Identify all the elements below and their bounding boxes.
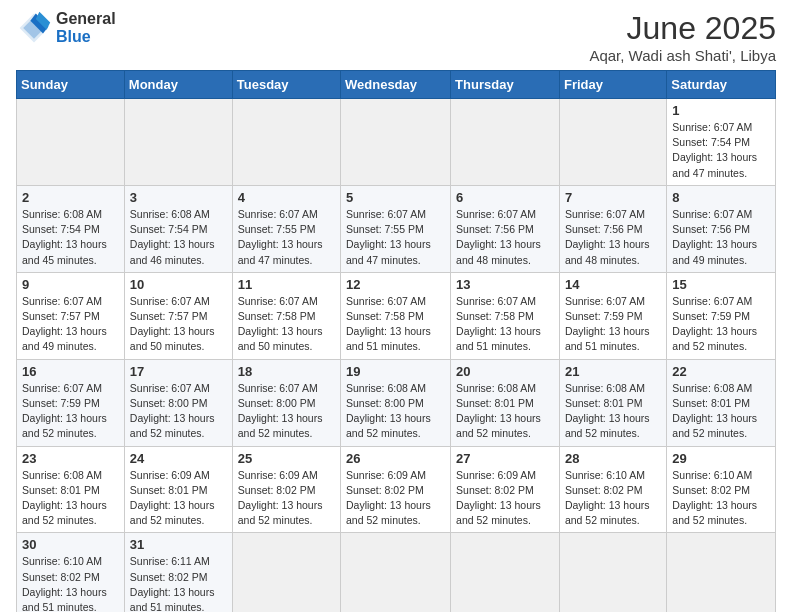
daylight-label: Daylight: 13 hours and 52 minutes. (565, 412, 650, 439)
sunrise-label: Sunrise: 6:10 AM (22, 555, 102, 567)
day-info: Sunrise: 6:10 AM Sunset: 8:02 PM Dayligh… (565, 468, 661, 529)
calendar-cell (124, 99, 232, 186)
sunset-label: Sunset: 8:02 PM (565, 484, 643, 496)
day-number: 6 (456, 190, 554, 205)
daylight-label: Daylight: 13 hours and 52 minutes. (22, 412, 107, 439)
sunrise-label: Sunrise: 6:07 AM (22, 382, 102, 394)
day-number: 7 (565, 190, 661, 205)
daylight-label: Daylight: 13 hours and 45 minutes. (22, 238, 107, 265)
day-info: Sunrise: 6:07 AM Sunset: 7:58 PM Dayligh… (238, 294, 335, 355)
calendar-week-4: 23 Sunrise: 6:08 AM Sunset: 8:01 PM Dayl… (17, 446, 776, 533)
day-number: 3 (130, 190, 227, 205)
calendar-week-3: 16 Sunrise: 6:07 AM Sunset: 7:59 PM Dayl… (17, 359, 776, 446)
calendar-cell (559, 99, 666, 186)
calendar-cell: 16 Sunrise: 6:07 AM Sunset: 7:59 PM Dayl… (17, 359, 125, 446)
day-number: 11 (238, 277, 335, 292)
calendar-cell: 1 Sunrise: 6:07 AM Sunset: 7:54 PM Dayli… (667, 99, 776, 186)
sunrise-label: Sunrise: 6:09 AM (456, 469, 536, 481)
calendar-cell (451, 533, 560, 612)
daylight-label: Daylight: 13 hours and 48 minutes. (565, 238, 650, 265)
day-number: 2 (22, 190, 119, 205)
calendar-cell: 30 Sunrise: 6:10 AM Sunset: 8:02 PM Dayl… (17, 533, 125, 612)
col-friday: Friday (559, 71, 666, 99)
day-info: Sunrise: 6:09 AM Sunset: 8:02 PM Dayligh… (456, 468, 554, 529)
sunset-label: Sunset: 7:58 PM (456, 310, 534, 322)
calendar-cell: 14 Sunrise: 6:07 AM Sunset: 7:59 PM Dayl… (559, 272, 666, 359)
day-number: 8 (672, 190, 770, 205)
day-number: 9 (22, 277, 119, 292)
day-number: 14 (565, 277, 661, 292)
day-number: 17 (130, 364, 227, 379)
calendar-cell: 7 Sunrise: 6:07 AM Sunset: 7:56 PM Dayli… (559, 185, 666, 272)
calendar-cell (559, 533, 666, 612)
day-info: Sunrise: 6:08 AM Sunset: 8:01 PM Dayligh… (456, 381, 554, 442)
sunrise-label: Sunrise: 6:07 AM (672, 295, 752, 307)
daylight-label: Daylight: 13 hours and 50 minutes. (130, 325, 215, 352)
daylight-label: Daylight: 13 hours and 51 minutes. (456, 325, 541, 352)
calendar-title: June 2025 (589, 10, 776, 47)
calendar-cell: 21 Sunrise: 6:08 AM Sunset: 8:01 PM Dayl… (559, 359, 666, 446)
sunrise-label: Sunrise: 6:07 AM (346, 208, 426, 220)
day-info: Sunrise: 6:08 AM Sunset: 7:54 PM Dayligh… (22, 207, 119, 268)
col-saturday: Saturday (667, 71, 776, 99)
day-number: 29 (672, 451, 770, 466)
day-number: 4 (238, 190, 335, 205)
sunrise-label: Sunrise: 6:08 AM (456, 382, 536, 394)
sunset-label: Sunset: 8:01 PM (565, 397, 643, 409)
sunset-label: Sunset: 8:01 PM (22, 484, 100, 496)
sunset-label: Sunset: 8:00 PM (346, 397, 424, 409)
day-info: Sunrise: 6:09 AM Sunset: 8:02 PM Dayligh… (346, 468, 445, 529)
sunrise-label: Sunrise: 6:07 AM (238, 208, 318, 220)
calendar-cell: 25 Sunrise: 6:09 AM Sunset: 8:02 PM Dayl… (232, 446, 340, 533)
day-number: 15 (672, 277, 770, 292)
sunrise-label: Sunrise: 6:07 AM (346, 295, 426, 307)
daylight-label: Daylight: 13 hours and 52 minutes. (238, 499, 323, 526)
day-info: Sunrise: 6:07 AM Sunset: 8:00 PM Dayligh… (238, 381, 335, 442)
day-number: 26 (346, 451, 445, 466)
daylight-label: Daylight: 13 hours and 51 minutes. (565, 325, 650, 352)
sunset-label: Sunset: 8:02 PM (346, 484, 424, 496)
daylight-label: Daylight: 13 hours and 52 minutes. (565, 499, 650, 526)
daylight-label: Daylight: 13 hours and 52 minutes. (346, 412, 431, 439)
daylight-label: Daylight: 13 hours and 46 minutes. (130, 238, 215, 265)
sunset-label: Sunset: 8:00 PM (238, 397, 316, 409)
sunrise-label: Sunrise: 6:07 AM (456, 208, 536, 220)
day-info: Sunrise: 6:07 AM Sunset: 7:56 PM Dayligh… (565, 207, 661, 268)
daylight-label: Daylight: 13 hours and 47 minutes. (672, 151, 757, 178)
sunrise-label: Sunrise: 6:07 AM (238, 295, 318, 307)
sunrise-label: Sunrise: 6:07 AM (130, 295, 210, 307)
day-info: Sunrise: 6:08 AM Sunset: 8:01 PM Dayligh… (565, 381, 661, 442)
sunrise-label: Sunrise: 6:07 AM (238, 382, 318, 394)
logo-general-text: General (56, 10, 116, 28)
sunrise-label: Sunrise: 6:10 AM (672, 469, 752, 481)
col-sunday: Sunday (17, 71, 125, 99)
sunrise-label: Sunrise: 6:09 AM (346, 469, 426, 481)
calendar-cell: 4 Sunrise: 6:07 AM Sunset: 7:55 PM Dayli… (232, 185, 340, 272)
day-info: Sunrise: 6:11 AM Sunset: 8:02 PM Dayligh… (130, 554, 227, 612)
calendar-subtitle: Aqar, Wadi ash Shati', Libya (589, 47, 776, 64)
sunrise-label: Sunrise: 6:08 AM (22, 208, 102, 220)
day-number: 10 (130, 277, 227, 292)
day-info: Sunrise: 6:07 AM Sunset: 7:59 PM Dayligh… (672, 294, 770, 355)
calendar-cell: 9 Sunrise: 6:07 AM Sunset: 7:57 PM Dayli… (17, 272, 125, 359)
daylight-label: Daylight: 13 hours and 51 minutes. (130, 586, 215, 612)
calendar-cell (232, 99, 340, 186)
calendar-cell: 11 Sunrise: 6:07 AM Sunset: 7:58 PM Dayl… (232, 272, 340, 359)
day-info: Sunrise: 6:09 AM Sunset: 8:01 PM Dayligh… (130, 468, 227, 529)
calendar-header-row: Sunday Monday Tuesday Wednesday Thursday… (17, 71, 776, 99)
sunrise-label: Sunrise: 6:08 AM (130, 208, 210, 220)
calendar-week-5: 30 Sunrise: 6:10 AM Sunset: 8:02 PM Dayl… (17, 533, 776, 612)
calendar-cell (451, 99, 560, 186)
sunrise-label: Sunrise: 6:07 AM (22, 295, 102, 307)
day-number: 30 (22, 537, 119, 552)
calendar-cell (667, 533, 776, 612)
day-number: 20 (456, 364, 554, 379)
sunset-label: Sunset: 8:02 PM (22, 571, 100, 583)
sunset-label: Sunset: 8:01 PM (456, 397, 534, 409)
calendar-cell (17, 99, 125, 186)
daylight-label: Daylight: 13 hours and 52 minutes. (130, 499, 215, 526)
daylight-label: Daylight: 13 hours and 51 minutes. (346, 325, 431, 352)
day-info: Sunrise: 6:07 AM Sunset: 7:58 PM Dayligh… (456, 294, 554, 355)
sunrise-label: Sunrise: 6:07 AM (672, 121, 752, 133)
header: General Blue June 2025 Aqar, Wadi ash Sh… (16, 10, 776, 64)
